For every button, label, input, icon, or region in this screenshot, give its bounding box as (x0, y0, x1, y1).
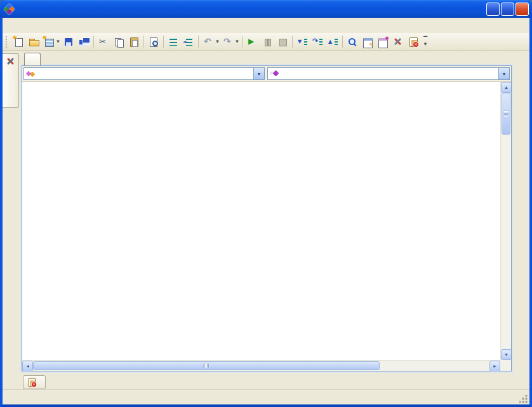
add-item-button[interactable] (41, 34, 57, 49)
menu-bar (3, 18, 529, 33)
properties-window-button[interactable] (360, 34, 375, 49)
open-folder-icon (29, 37, 39, 47)
quick-find-button[interactable] (345, 34, 360, 49)
pause-button[interactable] (260, 34, 275, 49)
cut-icon (98, 37, 109, 47)
members-dropdown[interactable]: ▼ (267, 67, 510, 80)
uncomment-lines-icon (183, 37, 194, 47)
start-debug-button[interactable] (244, 34, 260, 49)
status-bar (3, 390, 529, 404)
comment-lines-icon (168, 37, 178, 47)
types-dropdown[interactable]: ▼ (23, 67, 265, 80)
add-item-dropdown[interactable]: ▼ (55, 39, 61, 44)
uncomment-lines-button[interactable] (181, 34, 196, 49)
document-tab-row (22, 52, 512, 65)
find-document-button[interactable] (146, 34, 161, 49)
copy-button[interactable] (111, 34, 126, 49)
error-list-icon (408, 37, 418, 47)
error-list-button[interactable] (406, 34, 421, 49)
scroll-down-icon[interactable]: ▼ (501, 349, 511, 360)
horizontal-scroll-track[interactable] (33, 361, 489, 371)
tab-scriptmain-cs[interactable] (24, 53, 41, 65)
method-icon (270, 70, 279, 78)
tools-button[interactable] (390, 34, 406, 49)
redo-button[interactable] (220, 34, 236, 49)
properties-window-icon (362, 37, 373, 47)
undo-dropdown[interactable]: ▼ (215, 39, 220, 44)
minimize-button[interactable] (486, 3, 500, 16)
paste-button[interactable] (126, 34, 142, 49)
new-item-icon (13, 37, 23, 47)
maximize-button[interactable] (501, 3, 514, 16)
sidebar-tab-toolbox[interactable] (3, 53, 19, 108)
pause-icon (262, 37, 272, 47)
scroll-right-icon[interactable]: ► (489, 361, 500, 371)
start-debug-icon (247, 37, 257, 47)
resize-grip[interactable] (519, 395, 528, 404)
app-window: ▼ ▼ ▼ (0, 0, 532, 407)
stop-button[interactable] (275, 34, 290, 49)
quick-find-icon (347, 37, 357, 47)
comment-lines-button[interactable] (166, 34, 181, 49)
redo-icon (223, 37, 233, 47)
scroll-up-icon[interactable]: ▲ (501, 82, 511, 93)
vertical-scroll-track[interactable] (501, 93, 511, 349)
code-editor[interactable]: ▲ ▼ (22, 82, 511, 360)
new-item-button[interactable] (11, 34, 26, 49)
cut-button[interactable] (96, 34, 111, 49)
redo-dropdown[interactable]: ▼ (234, 39, 240, 44)
step-out-icon (328, 37, 338, 47)
save-all-icon (79, 37, 89, 47)
open-file-button[interactable] (26, 34, 41, 49)
add-item-icon (44, 37, 54, 47)
members-dropdown-arrow-icon[interactable]: ▼ (498, 68, 509, 79)
step-over-button[interactable] (310, 34, 325, 49)
left-tool-strip (3, 51, 20, 374)
save-button[interactable] (61, 34, 76, 49)
object-browser-button[interactable] (375, 34, 390, 49)
step-over-icon (312, 37, 323, 47)
vertical-scrollbar[interactable]: ▲ ▼ (500, 82, 511, 360)
right-tool-strip (513, 51, 529, 374)
toolbar: ▼ ▼ ▼ (3, 33, 529, 51)
copy-icon (114, 37, 124, 47)
close-button[interactable] (515, 3, 529, 16)
vertical-scroll-thumb[interactable] (502, 93, 510, 135)
types-dropdown-arrow-icon[interactable]: ▼ (253, 68, 264, 79)
undo-button[interactable] (201, 34, 216, 49)
toolbox-icon (6, 57, 15, 66)
save-icon (63, 37, 74, 47)
step-into-button[interactable] (295, 34, 310, 49)
scroll-left-icon[interactable]: ◄ (22, 361, 33, 371)
toolbar-grip[interactable] (6, 36, 9, 48)
editor-container: ▼ ▼ ▲ (22, 65, 512, 371)
toolbar-overflow-button[interactable]: ▔▼ (422, 37, 429, 47)
step-into-icon (297, 37, 307, 47)
save-all-button[interactable] (76, 34, 91, 49)
step-out-button[interactable] (325, 34, 340, 49)
find-document-icon (149, 37, 159, 47)
object-browser-icon (378, 37, 388, 47)
navigation-bar: ▼ ▼ (22, 66, 511, 82)
class-icon (26, 70, 36, 78)
horizontal-scroll-thumb[interactable] (33, 361, 380, 370)
paste-icon (129, 37, 139, 47)
undo-icon (203, 37, 213, 47)
title-bar[interactable] (0, 0, 532, 18)
tools-icon (393, 37, 403, 47)
error-list-tab[interactable] (23, 375, 46, 389)
horizontal-scrollbar[interactable]: ◄ ► (22, 360, 500, 371)
bottom-panel-bar (3, 374, 529, 390)
error-list-tab-icon (27, 378, 36, 387)
visual-studio-logo-icon (4, 3, 15, 14)
stop-icon (277, 37, 288, 47)
